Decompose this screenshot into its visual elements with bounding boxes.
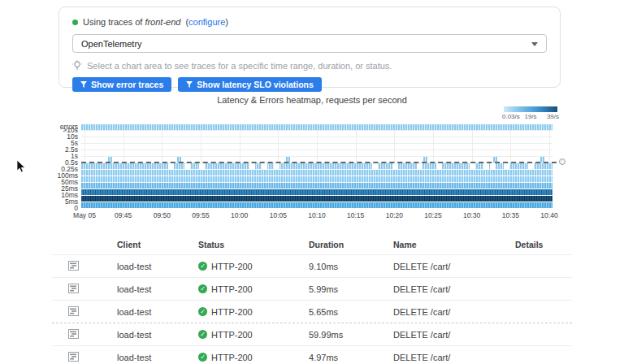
client-cell: load-test bbox=[107, 330, 188, 340]
chart-tip-text: Select a chart area to see traces for a … bbox=[87, 61, 392, 71]
heatmap-gridline-v bbox=[394, 130, 395, 162]
heatmap-x-label: 10:30 bbox=[463, 211, 480, 219]
name-cell: DELETE /cart/ bbox=[384, 262, 505, 271]
lightbulb-icon bbox=[72, 60, 82, 71]
heatmap-title: Latency & Errors heatmap, requests per s… bbox=[52, 95, 572, 105]
trace-provider-select[interactable]: OpenTelemetry bbox=[72, 34, 547, 53]
heatmap-band[interactable] bbox=[81, 176, 552, 182]
heatmap-x-label: 10:10 bbox=[308, 211, 325, 219]
client-cell: load-test bbox=[107, 307, 188, 317]
view-trace-icon[interactable] bbox=[68, 329, 79, 339]
heatmap-gap bbox=[184, 163, 190, 169]
table-row[interactable]: load-test✓HTTP-2005.65msDELETE /cart/ bbox=[52, 300, 572, 323]
heatmap-gridline-v bbox=[278, 130, 279, 162]
name-cell: DELETE /cart/ bbox=[384, 284, 505, 294]
heatmap-gap bbox=[483, 163, 489, 169]
mouse-cursor-icon bbox=[16, 159, 26, 174]
view-trace-icon[interactable] bbox=[68, 261, 79, 271]
name-cell: DELETE /cart/ bbox=[384, 353, 505, 362]
heatmap-x-label: 10:35 bbox=[502, 211, 519, 219]
filter-funnel-icon bbox=[186, 81, 193, 88]
trace-config-card: Using traces of front-end (configure) Op… bbox=[58, 6, 561, 88]
status-ok-check-icon: ✓ bbox=[198, 262, 207, 271]
duration-cell: 59.99ms bbox=[299, 330, 384, 340]
status-prefix: Using traces of bbox=[83, 17, 142, 27]
heatmap-gridline-v bbox=[472, 130, 473, 162]
status-cell: ✓HTTP-200 bbox=[188, 262, 299, 271]
heatmap-gap bbox=[274, 163, 280, 169]
table-row[interactable]: load-test✓HTTP-2009.10msDELETE /cart/ bbox=[52, 254, 572, 277]
legend-gradient-bar bbox=[504, 106, 557, 112]
view-trace-icon[interactable] bbox=[68, 284, 79, 293]
slo-threshold-line[interactable] bbox=[81, 162, 557, 163]
heatmap-gridline-v bbox=[162, 130, 162, 162]
status-ok-dot-icon bbox=[72, 20, 78, 25]
heatmap-gap bbox=[436, 163, 442, 169]
name-cell: DELETE /cart/ bbox=[384, 330, 505, 340]
heatmap-band[interactable] bbox=[81, 163, 552, 169]
latency-errors-heatmap[interactable]: errors>10s10s5s2.5s1s0.5s0.25s100ms50ms2… bbox=[81, 124, 552, 208]
heatmap-x-label: 10:25 bbox=[424, 211, 441, 219]
status-cell: ✓HTTP-200 bbox=[188, 353, 299, 362]
column-header-duration: Duration bbox=[299, 240, 384, 249]
heatmap-x-label: 09:55 bbox=[192, 211, 209, 219]
legend-min-label: 0.03/s bbox=[502, 113, 520, 120]
heatmap-gap bbox=[470, 163, 475, 169]
duration-cell: 5.65ms bbox=[299, 307, 384, 317]
heatmap-gridline-v bbox=[201, 130, 202, 162]
heatmap-gridline-v bbox=[549, 130, 550, 162]
heatmap-band[interactable] bbox=[81, 124, 552, 130]
legend-mid-label: 19/s bbox=[524, 113, 536, 120]
heatmap-gap bbox=[168, 163, 174, 169]
heatmap-x-label: May 05 bbox=[73, 211, 96, 219]
table-header-row: ClientStatusDurationNameDetails bbox=[52, 234, 572, 254]
heatmap-gap bbox=[490, 163, 496, 169]
column-header-status: Status bbox=[188, 240, 299, 249]
client-cell: load-test bbox=[107, 353, 188, 362]
show-slo-violations-label: Show latency SLO violations bbox=[197, 80, 314, 89]
client-cell: load-test bbox=[107, 284, 188, 294]
view-trace-icon[interactable] bbox=[68, 352, 79, 362]
slo-threshold-handle-icon[interactable] bbox=[559, 158, 566, 165]
table-row[interactable]: load-test✓HTTP-2004.97msDELETE /cart/ bbox=[52, 345, 572, 364]
status-ok-check-icon: ✓ bbox=[198, 307, 207, 316]
heatmap-x-label: 10:15 bbox=[347, 211, 364, 219]
heatmap-band[interactable] bbox=[81, 170, 552, 176]
heatmap-gap bbox=[504, 163, 509, 169]
chart-tip: Select a chart area to see traces for a … bbox=[72, 60, 547, 71]
column-header-details: Details bbox=[505, 240, 572, 249]
heatmap-gap bbox=[262, 163, 267, 169]
heatmap-gap bbox=[392, 163, 398, 169]
heatmap-gridline-v bbox=[84, 130, 85, 162]
show-slo-violations-button[interactable]: Show latency SLO violations bbox=[178, 77, 322, 92]
configure-link[interactable]: configure bbox=[188, 17, 225, 27]
paren-close: ) bbox=[225, 17, 228, 27]
client-cell: load-test bbox=[107, 262, 188, 271]
view-trace-icon[interactable] bbox=[68, 306, 79, 316]
filter-funnel-icon bbox=[80, 81, 87, 88]
trace-explorer-page: Using traces of front-end (configure) Op… bbox=[0, 0, 624, 364]
duration-cell: 5.99ms bbox=[299, 284, 384, 294]
duration-cell: 4.97ms bbox=[299, 353, 384, 362]
heatmap-band[interactable] bbox=[81, 189, 552, 195]
heatmap-legend: 0.03/s 19/s 39/s bbox=[504, 106, 557, 122]
column-header-name: Name bbox=[384, 240, 505, 249]
heatmap-band[interactable] bbox=[81, 183, 552, 188]
show-error-traces-button[interactable]: Show error traces bbox=[72, 77, 171, 92]
status-cell: ✓HTTP-200 bbox=[188, 330, 299, 340]
heatmap-band[interactable] bbox=[81, 202, 552, 208]
table-row[interactable]: load-test✓HTTP-2005.99msDELETE /cart/ bbox=[52, 277, 572, 300]
heatmap-gridline-v bbox=[356, 130, 357, 162]
column-header-client: Client bbox=[107, 240, 188, 249]
heatmap-band[interactable] bbox=[81, 196, 552, 202]
status-ok-check-icon: ✓ bbox=[198, 330, 207, 339]
heatmap-x-label: 09:45 bbox=[115, 211, 132, 219]
heatmap-gridline-v bbox=[317, 130, 318, 162]
service-name: front-end bbox=[145, 17, 180, 27]
table-row[interactable]: load-test✓HTTP-20059.99msDELETE /cart/ bbox=[52, 323, 572, 345]
heatmap-x-label: 10:20 bbox=[386, 211, 403, 219]
name-cell: DELETE /cart/ bbox=[384, 307, 505, 317]
status-ok-check-icon: ✓ bbox=[198, 353, 207, 362]
heatmap-gap bbox=[249, 163, 255, 169]
heatmap-gap bbox=[528, 163, 534, 169]
